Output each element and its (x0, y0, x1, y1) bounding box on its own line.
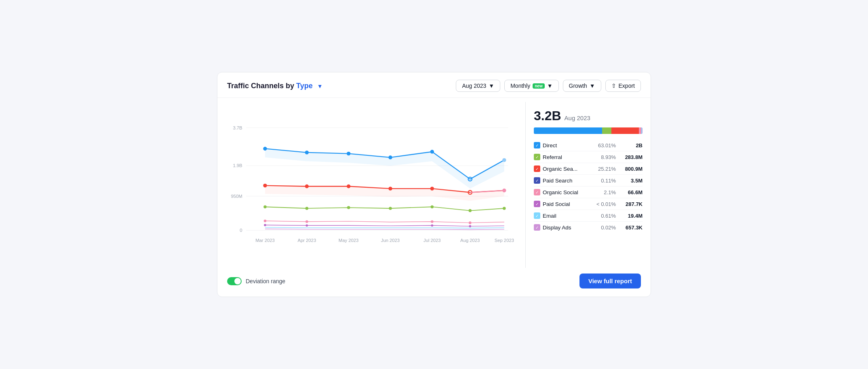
legend-row-display-ads[interactable]: ✓ Display Ads 0.02% 657.3K (534, 222, 643, 233)
email-val: 19.4M (618, 213, 643, 219)
legend-row-email[interactable]: ✓ Email 0.61% 19.4M (534, 210, 643, 222)
export-label: Export (619, 83, 635, 89)
referral-checkbox[interactable]: ✓ (534, 154, 540, 160)
paid-social-checkbox[interactable]: ✓ (534, 201, 540, 207)
header-controls: Aug 2023 ▼ Monthly new ▼ Growth ▼ ⇧ Expo… (456, 80, 641, 92)
chart-container: 3.7B 1.9B 950M 0 Mar 2023 Apr 2023 May 2… (227, 106, 516, 260)
frequency-selector-button[interactable]: Monthly new ▼ (504, 80, 558, 92)
display-ads-checkbox[interactable]: ✓ (534, 224, 540, 231)
organic-social-line (265, 221, 504, 223)
paid-search-name: Paid Search (543, 178, 593, 184)
direct-checkbox[interactable]: ✓ (534, 142, 540, 148)
referral-name: Referral (543, 154, 593, 160)
legend-row-direct[interactable]: ✓ Direct 63.01% 2B (534, 140, 643, 151)
referral-dot-may (347, 206, 350, 209)
display-ads-pct: 0.02% (596, 225, 616, 231)
referral-val: 283.8M (618, 154, 643, 160)
organic-social-checkbox[interactable]: ✓ (534, 189, 540, 195)
title-chevron-icon[interactable]: ▼ (317, 83, 323, 89)
organic-search-dot-jun (388, 187, 392, 190)
organic-search-checkbox[interactable]: ✓ (534, 165, 540, 172)
blue-deviation-area (265, 148, 504, 189)
legend-row-organic-search[interactable]: ✓ Organic Sea... 25.21% 800.9M (534, 163, 643, 175)
title-prefix: Traffic Channels by (227, 82, 296, 90)
paid-search-checkbox[interactable]: ✓ (534, 177, 540, 184)
y-label-950m: 950M (231, 194, 242, 199)
x-label-jul: Jul 2023 (423, 238, 441, 243)
total-date: Aug 2023 (565, 115, 590, 121)
y-label-0: 0 (240, 228, 242, 233)
referral-dot-jun (389, 207, 392, 210)
frequency-label: Monthly (510, 83, 530, 89)
email-checkbox[interactable]: ✓ (534, 212, 540, 219)
x-label-aug: Aug 2023 (460, 238, 480, 243)
organic-search-dot-may (347, 184, 350, 188)
legend-row-paid-search[interactable]: ✓ Paid Search 0.11% 3.5M (534, 175, 643, 187)
paid-social-name: Paid Social (543, 201, 593, 207)
line-chart: 3.7B 1.9B 950M 0 Mar 2023 Apr 2023 May 2… (227, 106, 516, 260)
direct-dot-sep (502, 158, 506, 162)
email-pct: 0.61% (596, 213, 616, 219)
date-selector-label: Aug 2023 (462, 83, 486, 89)
bar-seg-direct (534, 127, 602, 134)
main-card: Traffic Channels by Type ▼ Aug 2023 ▼ Mo… (217, 72, 651, 297)
direct-dot-jun (388, 155, 392, 159)
bottom-bar: Deviation range View full report (217, 268, 651, 297)
direct-pct: 63.01% (596, 142, 616, 148)
new-badge: new (533, 83, 544, 89)
x-label-apr: Apr 2023 (297, 238, 316, 243)
paid-search-pct: 0.11% (596, 178, 616, 184)
referral-dot-mar (263, 205, 267, 208)
referral-dot-aug (469, 209, 472, 212)
paid-social-line (265, 225, 504, 226)
direct-dot-jul (430, 150, 434, 153)
organic-social-dot-jul (431, 221, 434, 223)
sidebar: 3.2B Aug 2023 ✓ Direct 63.01% (525, 102, 651, 268)
date-selector-button[interactable]: Aug 2023 ▼ (456, 80, 500, 92)
export-button[interactable]: ⇧ Export (605, 80, 641, 92)
direct-dot-mar (263, 147, 267, 151)
view-full-report-button[interactable]: View full report (579, 274, 641, 288)
referral-dot-apr (305, 207, 309, 210)
stacked-bar (534, 127, 643, 134)
organic-search-pct: 25.21% (596, 166, 616, 172)
chart-area: 3.7B 1.9B 950M 0 Mar 2023 Apr 2023 May 2… (217, 102, 525, 268)
paid-social-dot-mar (264, 224, 266, 226)
referral-line (265, 207, 504, 210)
deviation-label: Deviation range (246, 278, 285, 284)
legend-row-referral[interactable]: ✓ Referral 8.93% 283.8M (534, 151, 643, 163)
deviation-toggle[interactable] (227, 277, 242, 285)
x-label-sep: Sep 2023 (495, 238, 514, 243)
legend-row-organic-social[interactable]: ✓ Organic Social 2.1% 66.6M (534, 187, 643, 198)
referral-dot-sep (503, 207, 506, 210)
organic-search-dot-mar (263, 184, 267, 187)
legend-row-paid-social[interactable]: ✓ Paid Social < 0.01% 287.7K (534, 198, 643, 210)
direct-name: Direct (543, 142, 593, 148)
organic-search-name: Organic Sea... (543, 166, 593, 172)
organic-search-dot-apr (305, 184, 309, 188)
email-line (265, 227, 504, 228)
paid-social-dot-apr (305, 224, 308, 227)
direct-dot-may (347, 152, 350, 155)
paid-social-dot-jul (431, 224, 433, 227)
y-label-3-7b: 3.7B (233, 125, 242, 130)
toggle-thumb (234, 278, 241, 284)
growth-label: Growth (569, 83, 587, 89)
legend-list: ✓ Direct 63.01% 2B ✓ Referral 8.93% 283.… (534, 140, 643, 233)
organic-search-dot-jul (430, 187, 434, 190)
x-label-may: May 2023 (339, 238, 358, 243)
card-title: Traffic Channels by Type ▼ (227, 82, 323, 90)
title-type: Type (296, 82, 313, 90)
export-icon: ⇧ (611, 83, 616, 89)
paid-search-val: 3.5M (618, 178, 643, 184)
x-label-jun: Jun 2023 (381, 238, 400, 243)
bar-seg-organic-search (611, 127, 638, 134)
email-name: Email (543, 213, 593, 219)
direct-dot-apr (305, 151, 309, 154)
organic-social-dot-aug (469, 221, 472, 224)
organic-social-name: Organic Social (543, 189, 593, 195)
x-label-mar: Mar 2023 (255, 238, 275, 243)
growth-selector-button[interactable]: Growth ▼ (563, 80, 601, 92)
referral-dot-jul (431, 205, 434, 208)
display-ads-name: Display Ads (543, 225, 593, 231)
